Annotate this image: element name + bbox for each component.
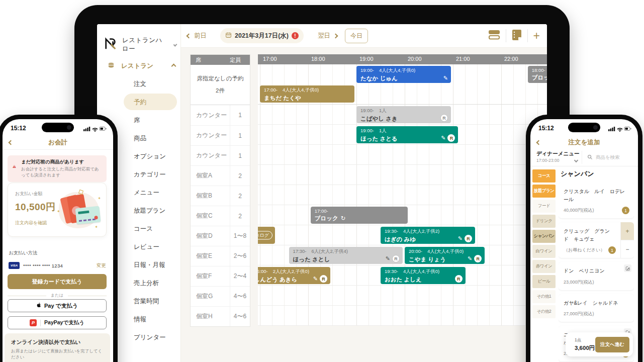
reservation-bar[interactable]: 17:00-ブロック↻	[311, 207, 408, 224]
paypay-button[interactable]: P PayPayで支払う	[8, 316, 107, 329]
sidebar-item-営業時間[interactable]: 営業時間	[134, 296, 159, 307]
phone-left-device: 15:12 お会計 ▲! まだ対応前の商品があります お会計すると注文した商品が…	[0, 115, 118, 362]
reservation-bar[interactable]: 18:00-ブロック	[528, 66, 547, 83]
reservation-bar[interactable]: 19:00-1人こばやし さきR	[356, 106, 451, 123]
sidebar-item-席[interactable]: 席	[134, 115, 140, 126]
reservation-bar[interactable]: 17:30-6人(大人2,子供4)ほった さとし✎R	[289, 247, 403, 264]
repeat-icon: ↻	[341, 215, 346, 221]
category-tab-その他2[interactable]: その他2	[532, 305, 556, 318]
reservation-time: 17:00-4人(大人4,子供0)	[260, 85, 354, 94]
edit-icon[interactable]: ✎	[458, 235, 463, 242]
menu-select-row: ディナーメニュー 17:00-23:00 商品を検索	[530, 148, 638, 166]
seat-capacity: 2〜6	[230, 246, 250, 266]
pay-with-card-button[interactable]: 登録カードで支払う	[8, 274, 107, 289]
sidebar-item-商品[interactable]: 商品	[134, 133, 146, 144]
hour-label: 17:00	[263, 56, 277, 62]
category-tab-コース[interactable]: コース	[532, 169, 556, 183]
apple-pay-button[interactable]: Pay で支払う	[8, 299, 107, 312]
status-time: 15:12	[538, 125, 554, 132]
app-logo-icon[interactable]: R	[320, 275, 327, 283]
order-summary: 1点 3,600円	[575, 337, 595, 352]
category-tab-赤ワイン[interactable]: 赤ワイン	[532, 260, 556, 273]
reservation-bar[interactable]: 19:30-4人(大人4,子供0)おおた よしえR	[381, 267, 466, 284]
menu-name[interactable]: ディナーメニュー	[536, 150, 579, 157]
app-logo-icon[interactable]: R	[474, 255, 482, 262]
reservation-name: こばやし さき	[356, 114, 451, 123]
reservation-bar[interactable]: 20:00-4人(大人4,子供0)こやま りょう✎R	[405, 247, 485, 264]
search-icon	[587, 154, 593, 161]
seat-row: 個室B2	[191, 186, 250, 206]
category-tab-放題プラン[interactable]: 放題プラン	[532, 185, 556, 198]
add-reservation-button[interactable]: +	[533, 31, 540, 41]
seat-capacity: 2	[230, 206, 250, 226]
category-tab-白ワイン[interactable]: 白ワイン	[532, 245, 556, 258]
proceed-order-button[interactable]: 注文へ進む	[595, 337, 629, 352]
decrement-button[interactable]: −	[621, 240, 634, 258]
edit-icon[interactable]	[624, 264, 631, 272]
app-logo-icon[interactable]: R	[465, 235, 472, 242]
menu-item-card[interactable]: クリスタル ルイ ロデレール40,000円(税込)1	[559, 183, 634, 218]
menu-hours: 17:00-23:00	[536, 158, 559, 163]
date-picker[interactable]: 2021年3月17日(水) !	[220, 28, 304, 43]
reservation-bar[interactable]: 17:00-4人(大人4,子供0)まちだ たくや	[260, 85, 354, 103]
category-tab-フード[interactable]: フード	[532, 200, 556, 213]
search-input[interactable]: 商品を検索	[582, 151, 634, 164]
category-tab-ビール[interactable]: ビール	[532, 275, 556, 288]
edit-icon[interactable]: ✎	[441, 135, 445, 141]
next-day-button[interactable]: 翌日	[318, 24, 337, 48]
reservation-bar[interactable]: 19:00-4人(大人4,子供0)たなか じゅん✎	[356, 66, 451, 83]
app-logo-icon[interactable]: R	[447, 134, 455, 142]
sidebar-item-カテゴリー[interactable]: カテゴリー	[134, 169, 166, 180]
sidebar-item-放題プラン[interactable]: 放題プラン	[134, 205, 165, 216]
sidebar-item-情報[interactable]: 情報	[134, 314, 146, 325]
category-tab-その他1[interactable]: その他1	[532, 290, 556, 303]
app-logo-icon[interactable]: R	[455, 275, 463, 283]
menu-item-card[interactable]: クリュッグ グランド キュヴェ（お尋ねください）1+−	[559, 222, 634, 258]
next-day-label: 翌日	[318, 32, 330, 40]
hour-label: 22:00	[504, 56, 518, 62]
reservation-bar[interactable]: 19:30-4人(大人2,子供2)はぎの みゆ✎R	[381, 227, 475, 244]
menu-item-card[interactable]: ドン ペリニヨン23,000円(税込)	[559, 262, 634, 290]
change-card-link[interactable]: 変更	[97, 262, 106, 269]
sidebar-item-プリンター[interactable]: プリンター	[134, 332, 166, 343]
reservation-bar[interactable]: 食べログ	[258, 227, 275, 244]
sidebar-item-日報・月報[interactable]: 日報・月報	[134, 259, 165, 270]
app-logo-icon[interactable]: R	[392, 255, 400, 262]
menu-item-card[interactable]: ガヤ&レイ シャルドネ27,000円(税込)	[559, 294, 634, 322]
bar-icons: ✎R	[441, 134, 455, 142]
seat-name: カウンター	[191, 126, 230, 145]
sidebar-item-レビュー[interactable]: レビュー	[134, 241, 159, 252]
reservation-bar[interactable]: 19:00-1人ほった さとる✎R	[356, 126, 458, 143]
visa-icon: VISA	[9, 262, 20, 269]
sidebar-item-注文[interactable]: 注文	[134, 78, 146, 89]
category-tab-シャンパン[interactable]: シャンパン	[532, 230, 556, 243]
brand-row[interactable]: レストランハロー	[104, 37, 176, 52]
payment-amount-card: お支払い金額 10,500円 注文内容を確認 ✦ ✦ ✦	[8, 183, 107, 237]
edit-icon[interactable]: ✎	[443, 75, 448, 81]
unassigned-reservations[interactable]: 席指定なしの予約 2件	[191, 65, 250, 105]
sidebar-item-予約[interactable]: 予約	[134, 97, 146, 108]
sidebar-item-メニュー[interactable]: メニュー	[134, 187, 159, 198]
hour-label: 19:00	[359, 56, 374, 62]
app-logo-icon[interactable]: R	[440, 114, 448, 122]
category-tab-ドリンク[interactable]: ドリンク	[532, 215, 556, 228]
sidebar-item-コース[interactable]: コース	[134, 223, 153, 234]
edit-icon[interactable]: ✎	[313, 276, 318, 282]
bar-icons: ✎R	[458, 235, 472, 242]
today-button[interactable]: 今日	[345, 29, 368, 43]
edit-icon[interactable]: ✎	[468, 255, 472, 262]
sidebar-item-売上分析[interactable]: 売上分析	[134, 278, 159, 289]
seat-row: カウンター1	[191, 105, 250, 125]
prev-day-button[interactable]: 前日	[187, 24, 207, 48]
sidebar-item-オプション[interactable]: オプション	[134, 151, 166, 162]
layout-rows-icon[interactable]	[488, 29, 500, 42]
warning-icon: ▲!	[12, 163, 17, 169]
sidebar-section-restaurant[interactable]: レストラン	[107, 60, 175, 71]
edit-icon[interactable]: ✎	[386, 255, 390, 262]
increment-button[interactable]: +	[621, 222, 634, 240]
timeline-grid[interactable]: 19:00-4人(大人4,子供0)たなか じゅん✎17:00-4人(大人4,子供…	[258, 64, 547, 326]
memo-icon[interactable]	[512, 29, 522, 42]
reservation-bar[interactable]: 16:00-2人(大人2,子供0)しんどう あきら✎R	[258, 267, 330, 284]
reservation-name: たなか じゅん	[356, 74, 451, 82]
phone-right-device: 15:12 注文を追加 ディナーメニュー 17:00-23:00 商品を検索 コ…	[526, 115, 642, 362]
